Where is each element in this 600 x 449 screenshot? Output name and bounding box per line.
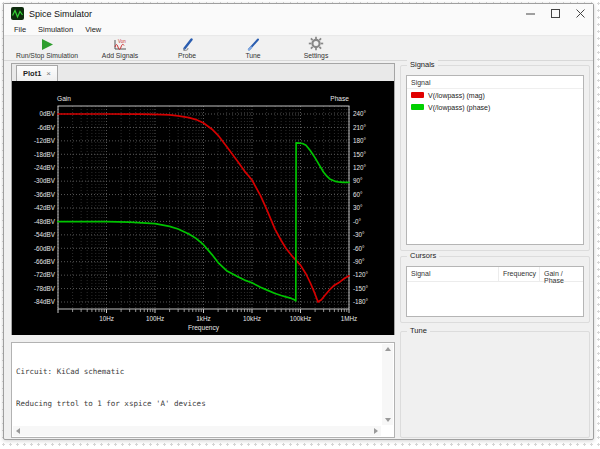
- svg-text:-42dBV: -42dBV: [34, 204, 56, 211]
- svg-text:1kHz: 1kHz: [196, 315, 210, 322]
- app-window: Spice Simulator File Simulation View Run…: [3, 3, 594, 440]
- svg-text:Gain: Gain: [57, 95, 71, 102]
- signal-color-swatch-red: [411, 92, 424, 98]
- signal-label: V(/lowpass) (mag): [428, 92, 485, 99]
- svg-text:-30°: -30°: [353, 231, 365, 238]
- svg-text:-18dBV: -18dBV: [34, 151, 56, 158]
- svg-text:-78dBV: -78dBV: [34, 285, 56, 292]
- simulation-console[interactable]: Circuit: KiCad schematic Reducing trtol …: [11, 342, 395, 438]
- menu-file[interactable]: File: [8, 23, 32, 35]
- svg-text:120°: 120°: [353, 164, 367, 171]
- tune-group-title: Tune: [407, 326, 430, 335]
- signal-color-swatch-green: [411, 104, 424, 110]
- signal-label: V(/lowpass) (phase): [428, 104, 490, 111]
- cursors-group-title: Cursors: [407, 251, 439, 260]
- svg-text:-6dBV: -6dBV: [37, 124, 55, 131]
- bode-plot-svg: 0dBV240°-6dBV210°-12dBV180°-18dBV150°-24…: [12, 81, 394, 335]
- svg-text:180°: 180°: [353, 137, 367, 144]
- plot-notebook: Plot1 × 0dBV240°-6dBV210°-12dBV180°-18dB…: [11, 63, 395, 335]
- svg-text:-60dBV: -60dBV: [34, 245, 56, 252]
- run-stop-simulation-button[interactable]: Run/Stop Simulation: [6, 37, 88, 60]
- svg-text:90°: 90°: [353, 177, 363, 184]
- horizontal-scrollbar[interactable]: [13, 426, 381, 436]
- plot-area[interactable]: 0dBV240°-6dBV210°-12dBV180°-18dBV150°-24…: [12, 81, 394, 335]
- svg-text:Frequency: Frequency: [188, 324, 220, 332]
- title-bar: Spice Simulator: [4, 4, 593, 23]
- cursors-table[interactable]: Signal Frequency Gain / Phase: [406, 266, 584, 317]
- cursors-col-frequency: Frequency: [499, 267, 540, 281]
- svg-text:100Hz: 100Hz: [146, 315, 164, 322]
- probe-icon: [180, 38, 195, 51]
- svg-text:240°: 240°: [353, 110, 367, 117]
- waveform-icon: Von: [112, 38, 128, 51]
- svg-text:-150°: -150°: [353, 285, 369, 292]
- svg-text:-84dBV: -84dBV: [34, 298, 56, 305]
- svg-text:100kHz: 100kHz: [290, 315, 311, 322]
- minimize-button[interactable]: [518, 4, 543, 23]
- svg-text:0dBV: 0dBV: [40, 110, 56, 117]
- cursors-col-gain-phase: Gain / Phase: [540, 267, 583, 281]
- svg-text:-12dBV: -12dBV: [34, 137, 56, 144]
- svg-text:-30dBV: -30dBV: [34, 177, 56, 184]
- svg-text:-48dBV: -48dBV: [34, 218, 56, 225]
- minimize-icon: [523, 6, 538, 21]
- svg-text:-180°: -180°: [353, 298, 369, 305]
- scroll-up-icon[interactable]: [385, 347, 391, 351]
- maximize-icon: [548, 6, 563, 21]
- svg-text:-0°: -0°: [353, 218, 362, 225]
- console-text: Circuit: KiCad schematic Reducing trtol …: [16, 346, 380, 424]
- tab-strip: Plot1 ×: [12, 64, 394, 81]
- toolbar: Run/Stop Simulation Von Add Signals Prob…: [4, 37, 593, 61]
- scroll-left-icon[interactable]: [16, 428, 20, 434]
- tab-plot1[interactable]: Plot1 ×: [16, 65, 58, 81]
- svg-text:150°: 150°: [353, 151, 367, 158]
- signals-column-header: Signal: [407, 76, 583, 89]
- svg-text:30°: 30°: [353, 204, 363, 211]
- signals-list[interactable]: Signal V(/lowpass) (mag) V(/lowpass) (ph…: [406, 75, 584, 245]
- close-button[interactable]: [568, 4, 593, 23]
- cursors-table-header: Signal Frequency Gain / Phase: [407, 267, 583, 282]
- maximize-button[interactable]: [543, 4, 568, 23]
- svg-text:-36dBV: -36dBV: [34, 191, 56, 198]
- settings-button[interactable]: Settings: [284, 37, 348, 60]
- signals-group-title: Signals: [407, 60, 438, 69]
- svg-text:-120°: -120°: [353, 271, 369, 278]
- menu-bar: File Simulation View: [4, 23, 593, 36]
- svg-text:10kHz: 10kHz: [243, 315, 261, 322]
- cursors-col-signal: Signal: [407, 267, 499, 281]
- app-icon: [11, 7, 24, 20]
- svg-text:1MHz: 1MHz: [341, 315, 357, 322]
- svg-text:-72dBV: -72dBV: [34, 271, 56, 278]
- gear-icon: [308, 38, 324, 51]
- vertical-scrollbar[interactable]: [382, 344, 393, 425]
- cursors-group: Cursors Signal Frequency Gain / Phase: [400, 256, 590, 323]
- svg-text:-60°: -60°: [353, 245, 365, 252]
- scroll-down-icon[interactable]: [385, 418, 391, 422]
- svg-text:-90°: -90°: [353, 258, 365, 265]
- svg-text:Von: Von: [118, 39, 126, 44]
- svg-text:10Hz: 10Hz: [99, 315, 114, 322]
- svg-text:-66dBV: -66dBV: [34, 258, 56, 265]
- close-icon: [573, 6, 588, 21]
- play-icon: [40, 38, 54, 51]
- probe-button[interactable]: Probe: [152, 37, 222, 60]
- screwdriver-icon: [246, 38, 261, 51]
- signal-row-mag[interactable]: V(/lowpass) (mag): [407, 89, 583, 101]
- svg-text:60°: 60°: [353, 191, 363, 198]
- add-signals-button[interactable]: Von Add Signals: [88, 37, 152, 60]
- signals-group: Signals Signal V(/lowpass) (mag) V(/lowp…: [400, 65, 590, 251]
- menu-simulation[interactable]: Simulation: [32, 23, 79, 35]
- svg-text:-24dBV: -24dBV: [34, 164, 56, 171]
- svg-text:-54dBV: -54dBV: [34, 231, 56, 238]
- tune-button[interactable]: Tune: [222, 37, 284, 60]
- svg-text:Phase: Phase: [330, 95, 349, 102]
- tab-label: Plot1: [23, 69, 41, 78]
- tune-group: Tune: [400, 331, 590, 438]
- window-title: Spice Simulator: [29, 9, 92, 19]
- svg-text:210°: 210°: [353, 124, 367, 131]
- scroll-right-icon[interactable]: [374, 428, 378, 434]
- signal-row-phase[interactable]: V(/lowpass) (phase): [407, 101, 583, 113]
- tab-close-icon[interactable]: ×: [46, 70, 51, 78]
- menu-view[interactable]: View: [79, 23, 107, 35]
